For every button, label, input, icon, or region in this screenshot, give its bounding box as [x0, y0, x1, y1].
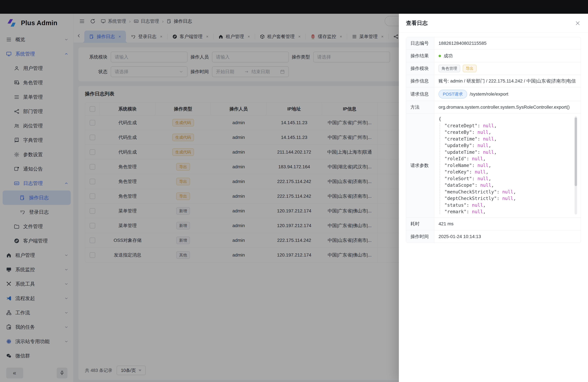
code-line: "roleKey": null, [437, 169, 577, 175]
code-line: "menuCheckStrictly": null, [437, 189, 577, 195]
code-line: "dataScope": null, [437, 182, 577, 189]
detail-label: 操作结果 [406, 50, 434, 62]
success-dot-icon [439, 55, 441, 57]
detail-label: 耗时 [406, 218, 434, 230]
result-value: 成功 [444, 53, 453, 59]
operation-time-value: 2025-01-24 10:14:13 [434, 230, 581, 243]
detail-label: 请求信息 [406, 87, 434, 101]
code-line: "updateBy": null, [437, 142, 577, 149]
request-params-json[interactable]: { "createDept": null, "createBy": null, … [437, 116, 577, 215]
detail-label: 日志编号 [406, 37, 434, 49]
duration-value: 421 ms [434, 218, 581, 230]
log-detail-table: 日志编号 1882612840802115585 操作结果 成功 操作模块 角色… [406, 37, 581, 243]
code-line: "updateTime": null, [437, 149, 577, 156]
code-line: "roleName": null, [437, 162, 577, 169]
detail-label: 方法 [406, 101, 434, 113]
close-icon[interactable] [575, 20, 581, 26]
code-line: "status": null, [437, 202, 577, 209]
request-path: /system/role/export [470, 91, 508, 97]
code-line: { [437, 116, 577, 123]
code-line: "createDept": null, [437, 123, 577, 129]
code-line: "deptCheckStrictly": null, [437, 195, 577, 202]
method-value: org.dromara.system.controller.system.Sys… [434, 101, 581, 113]
code-line: "roleSort": null, [437, 175, 577, 182]
operation-type-tag: 导出 [463, 65, 476, 72]
code-line: "createTime": null, [437, 136, 577, 143]
drawer-header: 查看日志 [399, 14, 588, 33]
code-line: "roleId": null, [437, 156, 577, 162]
detail-label: 操作信息 [406, 75, 434, 87]
module-tag: 角色管理 [439, 65, 460, 72]
operation-info-value: 账号: admin / 研发部门 / 222.175.114.242 / 中国|… [434, 75, 581, 87]
log-id-value: 1882612840802115585 [434, 37, 581, 49]
code-line: "createBy": null, [437, 129, 577, 136]
drawer-title: 查看日志 [406, 20, 428, 27]
detail-label: 请求参数 [406, 114, 434, 217]
code-scrollbar-thumb[interactable] [575, 117, 577, 186]
drawer-body: 日志编号 1882612840802115585 操作结果 成功 操作模块 角色… [399, 33, 588, 382]
code-line: "remark": null, [437, 209, 577, 215]
detail-label: 操作模块 [406, 62, 434, 75]
http-method-tag: POST请求 [439, 90, 467, 99]
view-log-drawer: 查看日志 日志编号 1882612840802115585 操作结果 成功 操作… [399, 14, 588, 382]
detail-label: 操作时间 [406, 230, 434, 243]
